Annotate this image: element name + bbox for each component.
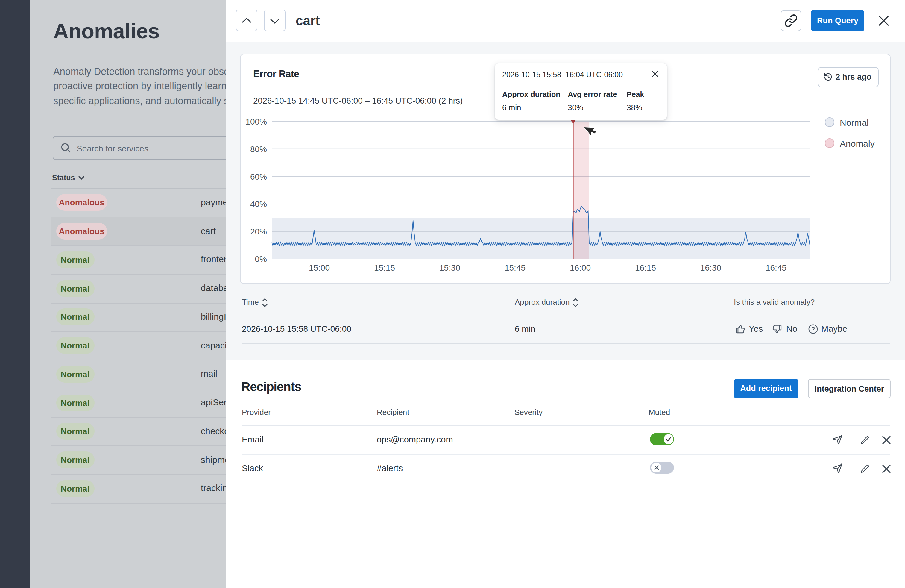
svg-text:60%: 60% [250,172,267,181]
svg-text:16:15: 16:15 [635,263,656,272]
svg-text:16:30: 16:30 [700,263,721,272]
svg-text:15:15: 15:15 [374,263,395,272]
svg-text:16:00: 16:00 [570,263,591,272]
svg-text:15:30: 15:30 [439,263,460,272]
svg-text:80%: 80% [250,145,267,154]
svg-text:0%: 0% [255,254,267,264]
svg-text:100%: 100% [245,117,267,126]
svg-text:15:00: 15:00 [309,263,330,272]
svg-text:20%: 20% [250,227,267,236]
svg-text:16:45: 16:45 [765,263,786,272]
svg-text:40%: 40% [250,199,267,209]
svg-text:15:45: 15:45 [505,263,526,272]
